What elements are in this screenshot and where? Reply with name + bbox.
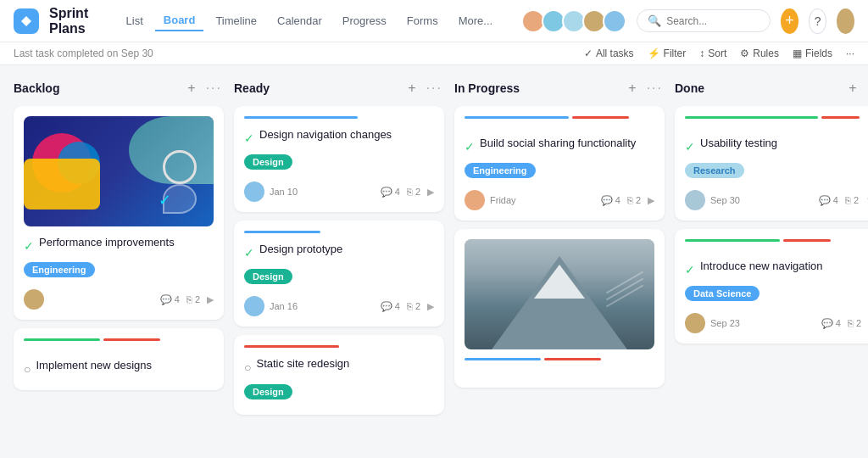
bar-red — [821, 116, 860, 119]
bar-red — [244, 345, 339, 348]
card-done-2[interactable]: ✓ Introduce new navigation Data Science … — [675, 229, 868, 344]
card-backlog-1[interactable]: ✓ ✓ Performance improvements Engineering… — [14, 106, 224, 320]
card-tag[interactable]: Engineering — [465, 163, 536, 178]
card-date: Sep 30 — [710, 195, 740, 205]
progress-bars — [465, 358, 654, 369]
search-input[interactable] — [666, 15, 760, 27]
comment-icon: ⎘ — [848, 318, 854, 328]
card-ready-1[interactable]: ✓ Design navigation changes Design Jan 1… — [234, 106, 444, 212]
topbar: Sprint Plans List Board Timeline Calenda… — [0, 0, 868, 42]
bar-blue — [465, 358, 541, 360]
progress-bars — [465, 116, 654, 127]
card-meta: 💬4 ⎘2 ▶ — [821, 318, 868, 329]
filter-more[interactable]: ··· — [846, 47, 854, 59]
bar-blue — [244, 231, 320, 233]
column-header-backlog: Backlog + ··· — [14, 79, 224, 98]
nav-more[interactable]: More... — [450, 11, 501, 31]
column-inprogress: In Progress + ··· ✓ Build social sharing… — [454, 79, 665, 420]
bar-blue — [244, 116, 358, 119]
card-avatar — [685, 190, 705, 210]
card-inprogress-2[interactable] — [454, 229, 665, 388]
card-tag[interactable]: Engineering — [24, 262, 95, 277]
card-tag[interactable]: Design — [244, 269, 292, 284]
bar-green — [685, 239, 780, 242]
card-footer: Jan 10 💬4 ⎘2 ▶ — [244, 182, 434, 202]
card-footer: Jan 16 💬4 ⎘2 ▶ — [244, 296, 434, 316]
card-check: ✓ Build social sharing functionality — [465, 136, 654, 158]
card-avatar — [465, 190, 485, 210]
search-icon: 🔍 — [648, 14, 661, 27]
check-circle-icon: ✓ — [584, 47, 593, 59]
card-image-mountain — [465, 239, 654, 349]
column-actions-inprogress: + ··· — [626, 79, 665, 98]
add-card-inprogress[interactable]: + — [626, 79, 637, 98]
card-tag[interactable]: Data Science — [685, 286, 760, 301]
nav-list[interactable]: List — [118, 11, 152, 31]
meta-comments: ⎘ 2 — [186, 294, 200, 304]
nav-timeline[interactable]: Timeline — [207, 11, 265, 31]
nav-board[interactable]: Board — [155, 10, 204, 31]
like-icon: 💬 — [821, 318, 833, 329]
column-title-ready: Ready — [234, 81, 270, 95]
card-title: Design navigation changes — [259, 127, 392, 142]
column-title-backlog: Backlog — [14, 81, 59, 95]
add-button[interactable]: + — [781, 8, 798, 34]
card-avatar — [244, 296, 264, 316]
filter-all-tasks[interactable]: ✓ All tasks — [584, 47, 634, 59]
add-card-ready[interactable]: + — [406, 79, 417, 98]
filter-filter[interactable]: ⚡ Filter — [648, 47, 687, 59]
card-title: Performance improvements — [39, 235, 175, 250]
like-icon: 💬 — [381, 187, 392, 198]
nav-links: List Board Timeline Calendar Progress Fo… — [118, 10, 502, 31]
nav-calendar[interactable]: Calendar — [269, 11, 331, 31]
add-card-done[interactable]: + — [847, 79, 858, 98]
card-check: ✓ Design prototype — [244, 242, 434, 264]
filter-rules[interactable]: ⚙ Rules — [740, 47, 779, 59]
more-done[interactable]: ··· — [865, 79, 868, 98]
card-date: Friday — [490, 195, 516, 205]
filter-sort[interactable]: ↕ Sort — [699, 47, 726, 59]
help-button[interactable]: ? — [809, 8, 826, 34]
card-meta: 💬4 ⎘2 ▼ — [819, 195, 868, 206]
card-check: ✓ Performance improvements — [24, 235, 214, 257]
like-icon: 💬 — [160, 294, 172, 305]
add-card-backlog[interactable]: + — [186, 79, 197, 98]
progress-bars — [24, 338, 214, 349]
expand-icon[interactable]: ▶ — [207, 294, 214, 305]
column-actions-ready: + ··· — [406, 79, 444, 98]
card-inprogress-1[interactable]: ✓ Build social sharing functionality Eng… — [454, 106, 665, 221]
avatar-5 — [603, 9, 626, 33]
card-ready-2[interactable]: ✓ Design prototype Design Jan 16 💬4 ⎘2 ▶ — [234, 221, 444, 327]
more-inprogress[interactable]: ··· — [645, 79, 665, 98]
nav-progress[interactable]: Progress — [334, 11, 395, 31]
more-backlog[interactable]: ··· — [204, 79, 224, 98]
card-tag[interactable]: Design — [244, 154, 292, 170]
user-avatar[interactable] — [837, 8, 854, 34]
card-footer: 💬 4 ⎘ 2 ▶ — [24, 289, 214, 310]
card-done-1[interactable]: ✓ Usability testing Research Sep 30 💬4 ⎘… — [675, 106, 868, 221]
kanban-board: Backlog + ··· ✓ ✓ Perfo — [0, 65, 868, 433]
card-ready-3[interactable]: ○ Static site redesign Design — [234, 335, 444, 414]
card-footer: Sep 30 💬4 ⎘2 ▼ — [685, 190, 868, 210]
card-title: Introduce new navigation — [700, 259, 823, 274]
card-avatar — [24, 289, 44, 310]
like-icon: 💬 — [601, 195, 613, 206]
expand-icon[interactable]: ▶ — [427, 187, 434, 198]
nav-forms[interactable]: Forms — [398, 11, 447, 31]
check-pending-icon: ○ — [244, 360, 251, 374]
card-tag[interactable]: Research — [685, 163, 744, 178]
expand-icon[interactable]: ▶ — [648, 195, 654, 206]
card-date: Jan 10 — [270, 187, 298, 197]
comment-icon: ⎘ — [407, 301, 413, 311]
more-ready[interactable]: ··· — [425, 79, 444, 98]
bar-red — [544, 358, 601, 360]
expand-icon[interactable]: ▶ — [427, 301, 434, 312]
filter-fields[interactable]: ▦ Fields — [793, 47, 832, 59]
search-box[interactable]: 🔍 — [637, 9, 771, 32]
card-meta: 💬4 ⎘2 ▶ — [381, 301, 434, 312]
team-avatars — [521, 9, 626, 33]
check-done-icon: ✓ — [685, 263, 695, 276]
card-check: ○ Static site redesign — [244, 356, 434, 378]
card-tag[interactable]: Design — [244, 384, 292, 399]
card-backlog-2[interactable]: ○ Implement new designs — [14, 328, 224, 390]
